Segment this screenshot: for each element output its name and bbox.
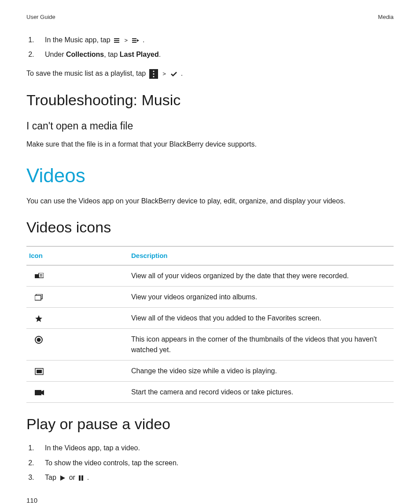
resize-icon (35, 368, 44, 375)
separator: > (161, 70, 167, 77)
videos-icons-table: Icon Description View all of your videos… (26, 246, 394, 403)
table-row: This icon appears in the corner of the t… (26, 329, 394, 360)
icon-description: This icon appears in the corner of the t… (129, 329, 394, 360)
col-description: Description (129, 246, 394, 265)
page-header: User Guide Media (26, 13, 394, 22)
separator: > (123, 37, 129, 44)
save-playlist-line: To save the music list as a playlist, ta… (26, 68, 394, 79)
svg-rect-17 (35, 295, 41, 300)
col-icon: Icon (26, 246, 129, 265)
page-number: 110 (26, 496, 394, 504)
svg-rect-23 (35, 390, 41, 395)
play-step-1: In the Videos app, tap a video. (36, 443, 394, 453)
play-icon (59, 475, 66, 481)
icon-description: View all of the videos that you added to… (129, 308, 394, 329)
table-row: View all of your videos organized by the… (26, 265, 394, 286)
icon-description: Start the camera and record videos or ta… (129, 381, 394, 402)
icon-description: View all of your videos organized by the… (129, 265, 394, 286)
svg-point-7 (153, 70, 154, 72)
cant-open-heading: I can't open a media file (26, 119, 394, 133)
svg-rect-14 (40, 276, 41, 276)
icon-description: Change the video size while a video is p… (129, 360, 394, 381)
play-pause-heading: Play or pause a video (26, 413, 394, 435)
menu-icon (114, 38, 120, 43)
svg-rect-15 (41, 276, 42, 276)
table-row: Start the camera and record videos or ta… (26, 381, 394, 402)
svg-marker-18 (35, 315, 42, 322)
svg-rect-26 (79, 475, 81, 481)
albums-icon (35, 294, 44, 301)
play-step-2: To show the video controls, tap the scre… (36, 458, 394, 468)
check-icon (170, 71, 177, 77)
svg-rect-12 (40, 274, 41, 275)
svg-marker-6 (137, 39, 139, 42)
svg-point-9 (153, 76, 154, 77)
svg-rect-13 (41, 274, 42, 275)
unwatched-icon (35, 336, 43, 344)
playlist-icon (132, 38, 139, 43)
svg-rect-27 (81, 475, 83, 481)
svg-point-20 (37, 338, 41, 342)
svg-rect-11 (39, 273, 44, 278)
star-icon (35, 315, 43, 323)
play-steps-list: In the Videos app, tap a video. To show … (26, 443, 394, 482)
svg-rect-22 (37, 370, 42, 373)
pause-icon (78, 475, 84, 481)
more-vertical-icon (149, 69, 158, 79)
troubleshooting-heading: Troubleshooting: Music (26, 89, 394, 111)
videos-intro: You can use the Videos app on your Black… (26, 196, 394, 206)
videos-icons-heading: Videos icons (26, 217, 394, 238)
svg-marker-25 (60, 475, 65, 481)
step-2: Under Collections, tap Last Played. (36, 49, 394, 59)
videos-heading: Videos (26, 162, 394, 190)
step-1: In the Music app, tap > . (36, 35, 394, 45)
svg-point-8 (153, 73, 154, 74)
play-step-3: Tap or . (36, 472, 394, 482)
table-row: View your videos organized into albums. (26, 287, 394, 308)
svg-marker-24 (41, 390, 44, 395)
icon-description: View your videos organized into albums. (129, 287, 394, 308)
header-left: User Guide (26, 13, 55, 22)
table-row: Change the video size while a video is p… (26, 360, 394, 381)
camera-icon (35, 390, 44, 396)
cant-open-body: Make sure that the file is in a format t… (26, 139, 394, 149)
table-row: View all of the videos that you added to… (26, 308, 394, 329)
date-view-icon (35, 273, 44, 280)
music-steps-list: In the Music app, tap > . Under Collecti… (26, 35, 394, 59)
header-right: Media (378, 13, 394, 22)
